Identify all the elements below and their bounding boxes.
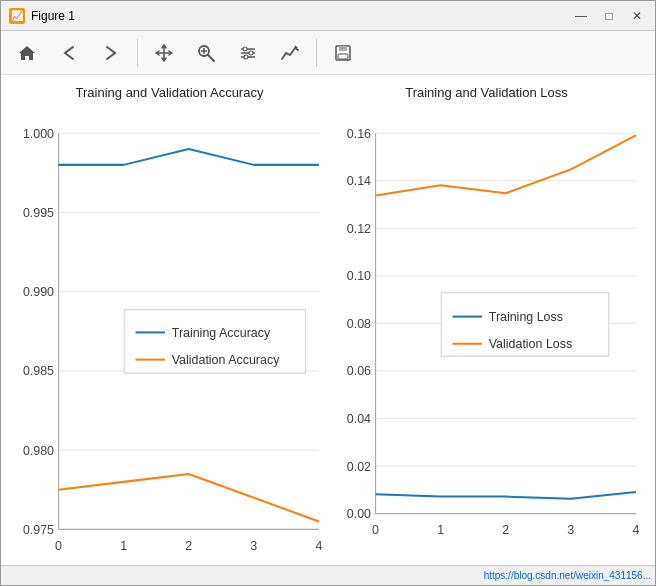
y-tick: 0.10	[347, 269, 371, 283]
close-button[interactable]: ✕	[627, 6, 647, 26]
charts-row: Training and Validation Accuracy 1.000 0…	[11, 85, 645, 565]
title-bar: 📈 Figure 1 — □ ✕	[1, 1, 655, 31]
y-tick: 0.975	[23, 523, 54, 537]
zoom-button[interactable]	[188, 36, 224, 70]
pan-icon	[154, 43, 174, 63]
save-icon	[333, 43, 353, 63]
y-tick: 0.12	[347, 222, 371, 236]
y-tick: 1.000	[23, 127, 54, 141]
maximize-button[interactable]: □	[599, 6, 619, 26]
validation-accuracy-legend-label: Validation Accuracy	[172, 353, 280, 367]
forward-button[interactable]	[93, 36, 129, 70]
loss-chart-title: Training and Validation Loss	[328, 85, 645, 100]
x-tick: 3	[250, 539, 257, 553]
y-tick: 0.14	[347, 174, 371, 188]
window-title: Figure 1	[31, 9, 571, 23]
svg-point-8	[249, 51, 253, 55]
x-tick: 2	[502, 523, 509, 537]
autoscale-button[interactable]	[272, 36, 308, 70]
y-tick: 0.990	[23, 285, 54, 299]
accuracy-chart-title: Training and Validation Accuracy	[11, 85, 328, 100]
y-tick: 0.04	[347, 412, 371, 426]
y-tick: 0.16	[347, 127, 371, 141]
loss-chart-panel: Training and Validation Loss 0.16 0.14 0…	[328, 85, 645, 565]
y-tick: 0.00	[347, 507, 371, 521]
home-button[interactable]	[9, 36, 45, 70]
home-icon	[17, 43, 37, 63]
back-button[interactable]	[51, 36, 87, 70]
accuracy-chart-panel: Training and Validation Accuracy 1.000 0…	[11, 85, 328, 565]
zoom-icon	[196, 43, 216, 63]
configure-button[interactable]	[230, 36, 266, 70]
loss-chart-area: 0.16 0.14 0.12 0.10 0.08 0.06 0.04 0.02 …	[328, 104, 645, 565]
svg-point-9	[244, 55, 248, 59]
y-tick: 0.980	[23, 444, 54, 458]
minimize-button[interactable]: —	[571, 6, 591, 26]
y-tick: 0.06	[347, 364, 371, 378]
main-window: 📈 Figure 1 — □ ✕	[0, 0, 656, 586]
y-tick: 0.08	[347, 317, 371, 331]
separator-1	[137, 39, 138, 67]
x-tick: 4	[632, 523, 639, 537]
y-tick: 0.995	[23, 206, 54, 220]
validation-loss-legend-label: Validation Loss	[489, 337, 572, 351]
x-tick: 0	[55, 539, 62, 553]
loss-svg: 0.16 0.14 0.12 0.10 0.08 0.06 0.04 0.02 …	[328, 104, 645, 565]
training-accuracy-legend-label: Training Accuracy	[172, 326, 271, 340]
save-button[interactable]	[325, 36, 361, 70]
training-loss-line	[376, 492, 636, 499]
separator-2	[316, 39, 317, 67]
svg-point-7	[243, 47, 247, 51]
content-area: Training and Validation Accuracy 1.000 0…	[1, 75, 655, 565]
toolbar	[1, 31, 655, 75]
training-loss-legend-label: Training Loss	[489, 310, 563, 324]
x-tick: 0	[372, 523, 379, 537]
autoscale-icon	[280, 43, 300, 63]
y-tick: 0.02	[347, 460, 371, 474]
x-tick: 2	[185, 539, 192, 553]
window-controls: — □ ✕	[571, 6, 647, 26]
x-tick: 3	[567, 523, 574, 537]
x-tick: 4	[315, 539, 322, 553]
app-icon: 📈	[9, 8, 25, 24]
validation-accuracy-line	[59, 474, 319, 522]
training-accuracy-line	[59, 149, 319, 165]
status-url: https://blog.csdn.net/weixin_431156...	[484, 570, 651, 581]
validation-loss-line	[376, 135, 636, 195]
accuracy-svg: 1.000 0.995 0.990 0.985 0.980 0.975	[11, 104, 328, 565]
svg-rect-11	[339, 46, 347, 51]
x-tick: 1	[437, 523, 444, 537]
y-tick: 0.985	[23, 364, 54, 378]
accuracy-chart-area: 1.000 0.995 0.990 0.985 0.980 0.975	[11, 104, 328, 565]
forward-icon	[101, 43, 121, 63]
pan-button[interactable]	[146, 36, 182, 70]
x-tick: 1	[120, 539, 127, 553]
status-bar: https://blog.csdn.net/weixin_431156...	[1, 565, 655, 585]
svg-rect-12	[338, 54, 348, 59]
configure-icon	[238, 43, 258, 63]
back-icon	[59, 43, 79, 63]
svg-line-1	[208, 55, 214, 61]
